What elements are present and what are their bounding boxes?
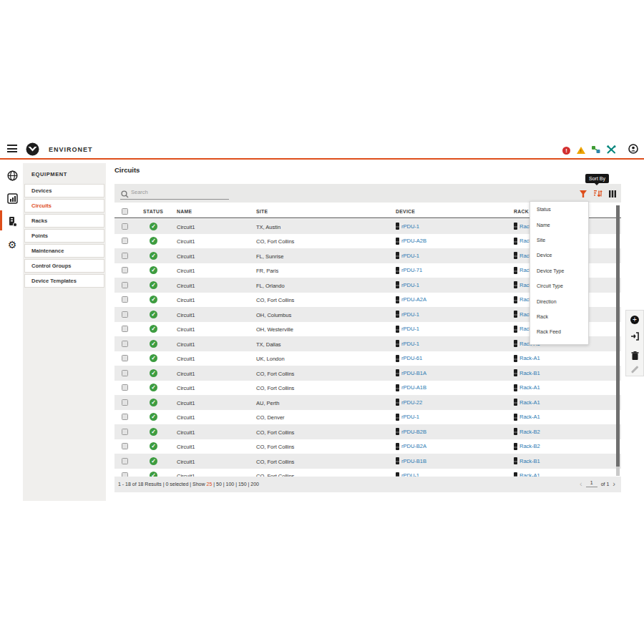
device-link[interactable]: rPDU-22 [401,399,422,406]
settings-icon[interactable]: ⚙ [6,239,18,250]
row-checkbox[interactable] [122,267,128,273]
sort-option-rack[interactable]: Rack [530,309,588,324]
table-row[interactable]: ✓Circuit1UK, LondonrPDU-61Rack-A1 [114,351,621,366]
row-checkbox[interactable] [122,458,128,464]
table-row[interactable]: ✓Circuit1AU, PerthrPDU-22Rack-A1 [114,395,621,410]
row-checkbox[interactable] [122,311,128,318]
page-size-200[interactable]: 200 [250,482,259,487]
col-rack[interactable]: RACK [514,209,529,214]
device-link[interactable]: rPDU-B2B [401,429,426,435]
device-link[interactable]: rPDU-1 [401,311,419,318]
page-prev-icon[interactable]: ‹ [580,479,582,489]
rack-link[interactable]: Rack-A1 [519,399,540,406]
table-row[interactable]: ✓Circuit1CO, DenverrPDU-1Rack-A1 [114,410,621,425]
rack-link[interactable]: Rack-B1 [519,458,540,464]
sidebar-item-devices[interactable]: Devices [24,184,104,197]
sidebar-item-control-groups[interactable]: Control Groups [24,259,104,273]
select-all-checkbox[interactable] [122,208,128,215]
page-size-100[interactable]: 100 [226,482,235,487]
col-device[interactable]: DEVICE [396,209,415,214]
sort-option-rack-feed[interactable]: Rack Feed [530,324,588,339]
table-row[interactable]: ✓Circuit1CO, Fort CollinsrPDU-B2ARack-B2 [114,439,621,454]
sidebar-item-device-templates[interactable]: Device Templates [24,274,104,288]
device-link[interactable]: rPDU-A2A [401,296,426,303]
device-link[interactable]: rPDU-61 [401,355,422,361]
row-checkbox[interactable] [122,384,128,391]
sidebar-item-points[interactable]: Points [24,229,104,243]
table-row[interactable]: ✓Circuit1CO, Fort CollinsrPDU-B2BRack-B2 [114,424,621,439]
search-input[interactable]: Search [131,189,148,195]
row-checkbox[interactable] [122,282,128,288]
sidebar-item-racks[interactable]: Racks [24,214,104,228]
filter-icon[interactable] [579,188,587,201]
device-link[interactable]: rPDU-1 [401,223,419,230]
rack-link[interactable]: Rack-B2 [519,429,540,435]
page-next-icon[interactable]: › [613,479,615,489]
row-checkbox[interactable] [122,238,128,244]
col-site[interactable]: SITE [256,209,268,214]
sidebar-item-circuits[interactable]: Circuits [24,199,104,213]
device-link[interactable]: rPDU-1 [401,253,419,259]
device-link[interactable]: rPDU-A1B [401,384,426,391]
device-link[interactable]: rPDU-1 [401,414,419,420]
sort-icon[interactable] [593,188,602,201]
globe-icon[interactable] [6,170,18,182]
table-row[interactable]: ✓Circuit1CO, Fort CollinsrPDU-A1BRack-A1 [114,381,621,396]
export-icon[interactable] [630,331,639,343]
alert-icon[interactable]: ! [562,147,570,155]
sort-option-circuit-type[interactable]: Circuit Type [530,278,588,293]
device-link[interactable]: rPDU-B1A [401,370,426,376]
page-size-25[interactable]: 25 [206,482,212,487]
row-checkbox[interactable] [122,399,128,406]
row-checkbox[interactable] [122,326,128,332]
device-link[interactable]: rPDU-1 [401,326,419,332]
row-checkbox[interactable] [122,253,128,259]
row-checkbox[interactable] [122,341,128,347]
sort-option-direction[interactable]: Direction [530,293,588,308]
table-row[interactable]: ✓Circuit1CO, Fort CollinsrPDU-1Rack-A1 [114,469,621,477]
table-row[interactable]: ✓Circuit1CO, Fort CollinsrPDU-B1ARack-B1 [114,366,621,381]
row-checkbox[interactable] [122,223,128,230]
sort-option-site[interactable]: Site [530,233,588,248]
tools-icon[interactable] [607,144,616,157]
sort-option-status[interactable]: Status [530,202,588,217]
columns-icon[interactable] [608,188,617,201]
col-status[interactable]: STATUS [143,209,163,214]
reports-icon[interactable] [6,193,18,205]
page-size-50[interactable]: 50 [216,482,222,487]
delete-icon[interactable] [631,350,639,363]
sort-option-name[interactable]: Name [530,217,588,232]
row-checkbox[interactable] [122,355,128,361]
row-checkbox[interactable] [122,429,128,435]
device-link[interactable]: rPDU-71 [401,267,422,273]
device-link[interactable]: rPDU-1 [401,341,419,347]
table-row[interactable]: ✓Circuit1CO, Fort CollinsrPDU-B1BRack-B1 [114,454,621,469]
sort-option-device-type[interactable]: Device Type [530,263,588,278]
rack-link[interactable]: Rack-A1 [519,384,540,391]
col-name[interactable]: NAME [177,209,192,214]
warning-icon[interactable]: ! [577,147,585,154]
device-link[interactable]: rPDU-B1B [401,458,426,464]
device-link[interactable]: rPDU-A2B [401,238,426,244]
integration-icon[interactable] [592,144,600,157]
sort-option-device[interactable]: Device [530,248,588,263]
row-checkbox[interactable] [122,370,128,376]
row-checkbox[interactable] [122,296,128,303]
row-checkbox[interactable] [122,443,128,449]
menu-hamburger-icon[interactable] [7,145,17,152]
rack-link[interactable]: Rack-B2 [519,443,540,449]
equipment-icon[interactable] [6,216,18,228]
page-size-150[interactable]: 150 [238,482,247,487]
edit-icon[interactable] [631,366,638,374]
vertical-scrollbar[interactable] [616,205,620,467]
page-number-input[interactable]: 1 [586,480,597,487]
rack-link[interactable]: Rack-B1 [519,370,540,376]
sidebar-item-maintenance[interactable]: Maintenance [24,244,104,258]
row-checkbox[interactable] [122,414,128,420]
rack-link[interactable]: Rack-A1 [519,414,540,420]
add-circuit-button[interactable]: + [630,316,639,324]
device-link[interactable]: rPDU-1 [401,282,419,288]
account-icon[interactable] [628,144,638,157]
device-link[interactable]: rPDU-B2A [401,443,426,449]
rack-link[interactable]: Rack-A1 [519,355,540,361]
